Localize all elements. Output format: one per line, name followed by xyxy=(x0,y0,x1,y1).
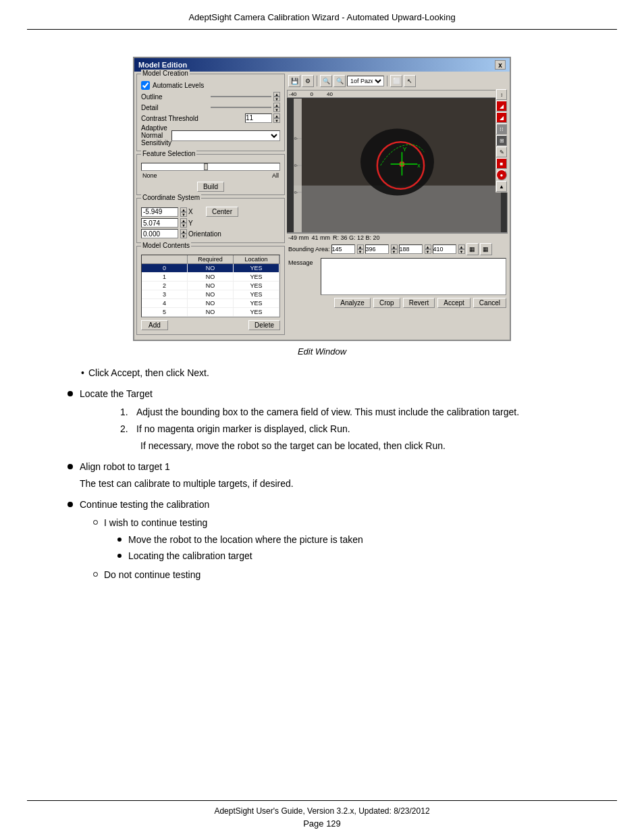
cancel-button[interactable]: Cancel xyxy=(473,298,506,308)
toolbar-zoom-out-btn[interactable]: 🔍 xyxy=(320,75,332,87)
continue-testing-label: Continue testing the calibration xyxy=(80,499,209,510)
adaptive-select[interactable] xyxy=(171,130,280,141)
contrast-label: Contrast Threshold xyxy=(141,115,245,122)
bullet-dot-0: • xyxy=(81,366,84,380)
page-header: AdeptSight Camera Calibration Wizard - A… xyxy=(0,0,644,29)
x-up[interactable]: ▲ xyxy=(180,207,187,212)
contrast-down[interactable]: ▼ xyxy=(273,118,280,123)
rv-btn-1[interactable]: ↕ xyxy=(496,89,507,100)
y-down[interactable]: ▼ xyxy=(180,223,187,228)
content-body: • Click Accept, then click Next. Locate … xyxy=(54,366,590,582)
wish-continue-label: I wish to continue testing xyxy=(104,517,207,528)
bullet-dot-4 xyxy=(117,538,122,542)
outline-up[interactable]: ▲ xyxy=(273,92,280,97)
screenshot-container: Model Edition x Model Creation Automatic… xyxy=(54,57,590,341)
locating-target-item: Locating the calibration target xyxy=(104,549,363,563)
detail-down[interactable]: ▼ xyxy=(273,107,280,112)
x-input[interactable] xyxy=(141,207,178,217)
toolbar-zoom-in-btn[interactable]: 🔍 xyxy=(333,75,346,87)
build-button[interactable]: Build xyxy=(197,182,224,192)
model-creation-group: Model Creation Automatic Levels Outline xyxy=(136,74,285,151)
rv-btn-circ[interactable]: ● xyxy=(496,170,507,180)
header-title: AdeptSight Camera Calibration Wizard - A… xyxy=(188,12,455,22)
auto-levels-label: Automatic Levels xyxy=(153,82,204,89)
delete-button[interactable]: Delete xyxy=(248,320,280,330)
bound4-down[interactable]: ▼ xyxy=(458,249,465,254)
bound4-up[interactable]: ▲ xyxy=(458,244,465,249)
align-robot-item: Align robot to target 1 The test can cal… xyxy=(54,460,590,494)
svg-text:x: x xyxy=(417,162,421,169)
orientation-input[interactable] xyxy=(141,229,178,238)
contrast-up[interactable]: ▲ xyxy=(273,113,280,118)
adaptive-row: Adaptive Normal Sensitivity xyxy=(141,124,280,147)
rv-btn-sq[interactable]: ■ xyxy=(496,158,507,169)
bound2-up[interactable]: ▲ xyxy=(391,244,398,249)
right-panel: 💾 ⚙ 🔍 🔍 1of Paze ⬜ ↖ -40 xyxy=(287,74,508,338)
y-up[interactable]: ▲ xyxy=(180,218,187,223)
contrast-input[interactable]: 11 xyxy=(245,113,272,123)
locate-item2-text: If no magenta origin marker is displayed… xyxy=(136,422,350,436)
window-close-button[interactable]: x xyxy=(495,60,506,70)
rv-btn-red2[interactable]: ◢ xyxy=(496,112,507,123)
window-title: Model Edition xyxy=(138,61,187,69)
page-dropdown[interactable]: 1of Paze xyxy=(347,76,384,86)
page-footer: AdeptSight User's Guide, Version 3.2.x, … xyxy=(0,800,644,834)
col-location: Location xyxy=(234,255,279,263)
toolbar-cursor-btn[interactable]: ↖ xyxy=(404,75,416,87)
revert-button[interactable]: Revert xyxy=(403,298,435,308)
canvas-svg: x Y 0- 0- 0- xyxy=(288,99,507,232)
toolbar-fit-btn[interactable]: ⬜ xyxy=(390,75,402,87)
feature-track[interactable] xyxy=(141,163,280,171)
bound1-down[interactable]: ▼ xyxy=(357,249,364,254)
locate-item2-sub: If necessary, move the robot so the targ… xyxy=(80,439,519,453)
grid-btn[interactable]: ▦ xyxy=(466,243,479,255)
bounding-input-3[interactable] xyxy=(399,244,423,254)
table-row[interactable]: 5 NO YES xyxy=(142,308,279,317)
analyze-button[interactable]: Analyze xyxy=(334,298,371,308)
toolbar-save-btn[interactable]: 💾 xyxy=(288,75,300,87)
status-mm-left: -49 mm xyxy=(288,234,309,241)
auto-levels-checkbox[interactable] xyxy=(141,81,150,90)
bounding-input-4[interactable] xyxy=(433,244,456,254)
table-header: Required Location xyxy=(142,255,279,264)
crop-button[interactable]: Crop xyxy=(373,298,400,308)
svg-text:0-: 0- xyxy=(294,190,298,194)
rv-btn-tri[interactable]: ▲ xyxy=(496,181,507,192)
table-row[interactable]: 0 NO YES xyxy=(142,264,279,273)
accept-button[interactable]: Accept xyxy=(437,298,471,308)
table-row[interactable]: 3 NO YES xyxy=(142,290,279,299)
bound3-down[interactable]: ▼ xyxy=(425,249,431,254)
toolbar-settings-btn[interactable]: ⚙ xyxy=(302,75,314,87)
grid-btn2[interactable]: ▦ xyxy=(480,243,492,255)
left-panel: Model Creation Automatic Levels Outline xyxy=(136,74,285,338)
orient-up[interactable]: ▲ xyxy=(180,229,187,234)
auto-levels-row: Automatic Levels xyxy=(141,81,280,90)
add-button[interactable]: Add xyxy=(141,320,168,330)
locate-target-item: Locate the Target 1. Adjust the bounding… xyxy=(54,387,590,456)
x-down[interactable]: ▼ xyxy=(180,212,187,217)
table-row[interactable]: 4 NO YES xyxy=(142,299,279,308)
bound1-up[interactable]: ▲ xyxy=(357,244,364,249)
center-button[interactable]: Center xyxy=(206,207,238,217)
circle-bullet-2 xyxy=(93,572,98,577)
rv-btn-5[interactable]: ⊞ xyxy=(496,135,507,146)
table-row[interactable]: 2 NO YES xyxy=(142,282,279,290)
outline-down[interactable]: ▼ xyxy=(273,97,280,101)
coordinate-system-title: Coordinate System xyxy=(141,194,201,201)
bounding-input-2[interactable] xyxy=(365,244,389,254)
bound2-down[interactable]: ▼ xyxy=(391,249,398,254)
bound3-up[interactable]: ▲ xyxy=(425,244,431,249)
y-input[interactable] xyxy=(141,218,178,228)
rv-btn-dots[interactable]: ⁞⁞ xyxy=(496,124,507,134)
rv-btn-6[interactable]: ✎ xyxy=(496,147,507,157)
bounding-input-1[interactable] xyxy=(331,244,355,254)
window-content-area: Model Creation Automatic Levels Outline xyxy=(134,72,510,340)
rv-btn-red1[interactable]: ◢ xyxy=(496,101,507,111)
y-coord-row: ▲ ▼ Y xyxy=(141,218,280,228)
status-mm-mid: 41 mm xyxy=(312,234,331,241)
detail-up[interactable]: ▲ xyxy=(273,103,280,107)
table-buttons: Add Delete xyxy=(141,319,280,332)
orient-down[interactable]: ▼ xyxy=(180,234,187,238)
table-row[interactable]: 1 NO YES xyxy=(142,273,279,282)
action-buttons: Analyze Crop Revert Accept Cancel xyxy=(287,296,508,309)
